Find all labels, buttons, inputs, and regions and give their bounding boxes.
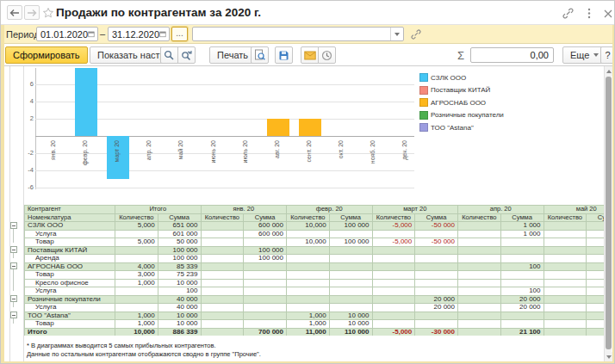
row-name-cell[interactable]: Услуга	[25, 230, 115, 238]
value-cell[interactable]	[244, 287, 287, 296]
value-cell[interactable]	[201, 238, 244, 247]
value-cell[interactable]: 651 000	[158, 222, 201, 231]
header-month-group[interactable]: Итого	[115, 206, 202, 214]
row-name-cell[interactable]: Услуга	[25, 287, 115, 296]
header-sub[interactable]: Количество	[201, 213, 244, 222]
header-month-group[interactable]: март 20	[372, 206, 458, 214]
row-name-cell[interactable]: ТОО "Astana"	[25, 312, 115, 320]
search-button[interactable]	[160, 46, 178, 64]
value-cell[interactable]	[544, 312, 587, 320]
combo-link-icon[interactable]	[408, 28, 423, 41]
value-cell[interactable]: 100 000	[329, 238, 372, 247]
value-cell[interactable]	[201, 255, 244, 263]
header-month-group[interactable]: янв. 20	[201, 206, 287, 214]
value-cell[interactable]	[587, 295, 605, 304]
forward-button[interactable]	[24, 5, 40, 20]
value-cell[interactable]: 20 000	[415, 304, 458, 312]
value-cell[interactable]: 886 339	[158, 328, 201, 336]
header-sub[interactable]: Количество	[115, 213, 158, 222]
get-link-icon[interactable]	[561, 7, 575, 20]
value-cell[interactable]	[287, 304, 330, 312]
value-cell[interactable]	[415, 320, 458, 329]
value-cell[interactable]	[500, 320, 544, 329]
value-cell[interactable]	[287, 279, 330, 287]
value-cell[interactable]: 1 000	[500, 230, 544, 238]
dropdown-arrow-icon[interactable]	[390, 28, 403, 40]
value-cell[interactable]: 10 000	[329, 320, 372, 329]
value-cell[interactable]	[587, 312, 605, 320]
row-name-cell[interactable]: Итого	[25, 328, 115, 336]
header-month-group[interactable]: февр. 20	[287, 206, 373, 214]
value-cell[interactable]: -30 000	[415, 328, 458, 336]
value-cell[interactable]	[587, 279, 605, 287]
value-cell[interactable]	[587, 287, 605, 296]
header-sub[interactable]: Количество	[458, 213, 501, 222]
value-cell[interactable]	[201, 279, 244, 287]
value-cell[interactable]	[544, 271, 587, 280]
value-cell[interactable]	[587, 230, 605, 238]
value-cell[interactable]: 21 100	[500, 328, 544, 336]
value-cell[interactable]: 85 339	[158, 262, 201, 271]
value-cell[interactable]: 1,000	[287, 320, 330, 329]
value-cell[interactable]: 10,000	[115, 328, 158, 336]
value-cell[interactable]	[329, 262, 372, 271]
print-preview-button[interactable]	[251, 46, 269, 64]
value-cell[interactable]	[287, 295, 330, 304]
row-name-cell[interactable]: Аренда	[25, 255, 115, 263]
value-cell[interactable]	[201, 246, 244, 255]
value-cell[interactable]	[329, 246, 372, 255]
value-cell[interactable]	[329, 287, 372, 296]
row-name-cell[interactable]: АГРОСНАБ ООО	[25, 262, 115, 271]
value-cell[interactable]	[587, 271, 605, 280]
value-cell[interactable]	[458, 279, 501, 287]
scrollbar-thumb[interactable]	[606, 77, 612, 349]
value-cell[interactable]	[587, 255, 605, 263]
value-cell[interactable]	[115, 295, 158, 304]
value-cell[interactable]	[115, 230, 158, 238]
value-cell[interactable]	[201, 328, 244, 336]
value-cell[interactable]	[244, 320, 287, 329]
value-cell[interactable]	[372, 255, 415, 263]
row-name-cell[interactable]: Розничные покупатели	[25, 295, 115, 304]
value-cell[interactable]	[587, 222, 605, 231]
favorite-star-icon[interactable]	[41, 6, 55, 19]
value-cell[interactable]	[201, 304, 244, 312]
value-cell[interactable]	[244, 238, 287, 247]
value-cell[interactable]: 100 000	[329, 222, 372, 231]
value-cell[interactable]	[458, 295, 501, 304]
collapse-group-button[interactable]	[10, 262, 17, 269]
print-button[interactable]: Печать	[209, 46, 256, 64]
value-cell[interactable]	[415, 312, 458, 320]
mail-button[interactable]	[301, 46, 319, 64]
value-cell[interactable]	[372, 230, 415, 238]
value-cell[interactable]	[458, 238, 501, 247]
value-cell[interactable]	[500, 246, 544, 255]
value-cell[interactable]	[329, 279, 372, 287]
value-cell[interactable]	[544, 255, 587, 263]
value-cell[interactable]: -5,000	[372, 328, 415, 336]
save-button[interactable]	[275, 46, 293, 64]
header-sub[interactable]: Количество	[544, 213, 587, 222]
value-cell[interactable]	[201, 230, 244, 238]
collapse-group-button[interactable]	[10, 295, 17, 302]
header-month-group[interactable]: май 20	[544, 206, 605, 214]
value-cell[interactable]: 11,000	[287, 328, 330, 336]
header-sub[interactable]: Сумма	[329, 213, 372, 222]
value-cell[interactable]	[500, 312, 544, 320]
value-cell[interactable]	[201, 320, 244, 329]
value-cell[interactable]	[544, 222, 587, 231]
value-cell[interactable]	[287, 230, 330, 238]
value-cell[interactable]	[458, 320, 501, 329]
value-cell[interactable]	[115, 304, 158, 312]
value-cell[interactable]: 600 000	[244, 222, 287, 231]
value-cell[interactable]	[415, 262, 458, 271]
value-cell[interactable]	[372, 271, 415, 280]
close-icon[interactable]	[601, 7, 615, 20]
value-cell[interactable]	[458, 222, 501, 231]
value-cell[interactable]	[458, 304, 501, 312]
value-cell[interactable]	[458, 230, 501, 238]
chart-bar[interactable]	[267, 119, 289, 136]
header-contractor[interactable]: Контрагент	[25, 206, 115, 214]
schedule-button[interactable]	[318, 46, 336, 64]
value-cell[interactable]: 4,000	[115, 262, 158, 271]
